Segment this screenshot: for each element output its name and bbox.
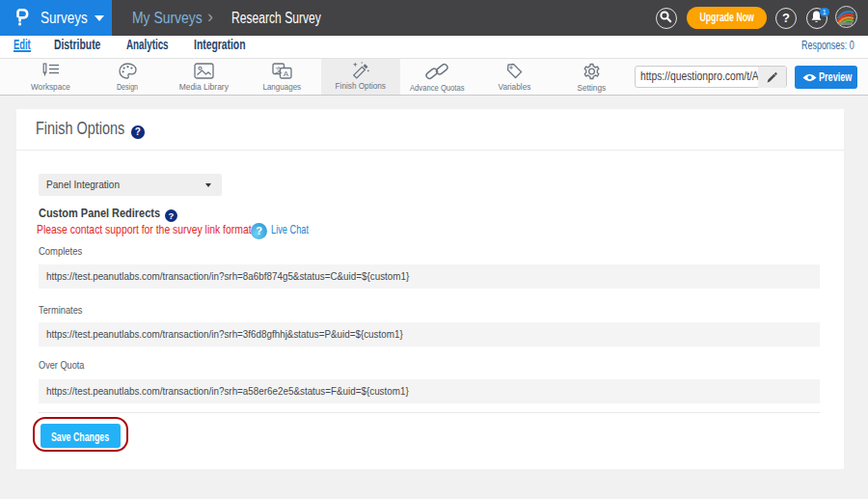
svg-text:文: 文 bbox=[275, 66, 283, 74]
svg-text:A: A bbox=[283, 69, 288, 78]
